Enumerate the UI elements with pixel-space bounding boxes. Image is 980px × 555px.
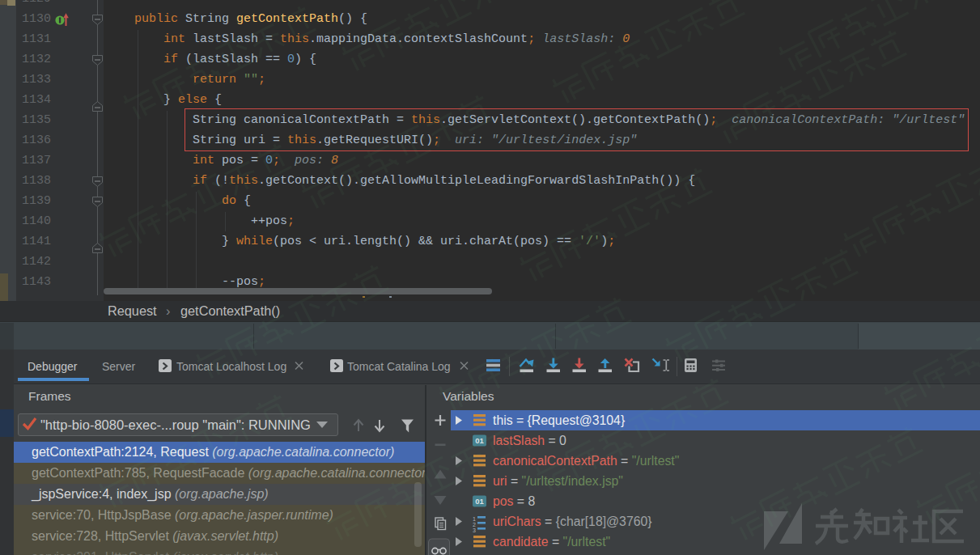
svg-text:2: 2	[473, 522, 476, 527]
svg-text:1: 1	[473, 516, 476, 522]
svg-text:3: 3	[473, 527, 476, 533]
svg-text:01: 01	[475, 436, 484, 445]
svg-text:01: 01	[475, 497, 484, 506]
